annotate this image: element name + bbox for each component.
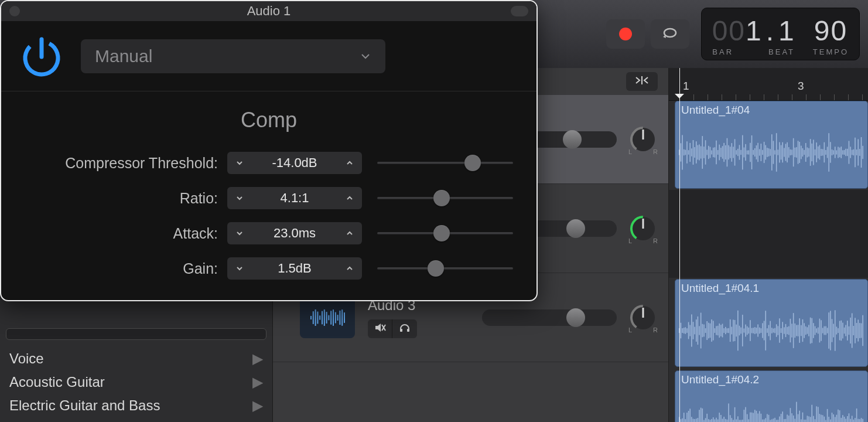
audio-region[interactable]: Untitled_1#04 [675,101,868,189]
svg-rect-221 [728,328,729,333]
param-slider[interactable] [377,257,513,280]
param-slider[interactable] [377,152,513,174]
svg-rect-140 [788,147,790,158]
svg-rect-51 [322,311,323,324]
library-search[interactable] [6,328,266,340]
svg-rect-156 [813,139,814,165]
window-control-icon[interactable] [511,6,528,16]
svg-rect-224 [733,319,734,341]
svg-rect-241 [759,328,760,334]
window-control-icon[interactable] [9,6,20,16]
svg-rect-147 [799,142,800,163]
svg-rect-359 [756,411,757,422]
chevron-down-icon[interactable] [227,222,252,244]
chevron-up-icon[interactable] [337,222,362,244]
audio-region[interactable]: Untitled_1#04.2 [675,370,868,422]
param-slider[interactable] [377,222,513,244]
power-icon[interactable] [19,33,64,79]
svg-rect-252 [776,324,777,336]
param-row: Attack: 23.0ms [25,216,513,251]
svg-rect-363 [762,420,763,422]
param-stepper[interactable]: -14.0dB [227,152,362,174]
svg-rect-231 [744,328,745,332]
param-stepper[interactable]: 23.0ms [227,222,362,244]
param-stepper[interactable]: 1.5dB [227,257,362,280]
svg-rect-110 [742,135,743,170]
svg-rect-406 [828,417,829,422]
svg-rect-166 [828,133,829,172]
svg-rect-351 [744,410,745,422]
preset-dropdown[interactable]: Manual [81,39,385,73]
chevron-up-icon[interactable] [337,187,362,209]
chevron-down-icon[interactable] [227,257,252,280]
svg-rect-84 [702,136,703,169]
lcd-position[interactable]: 001.1 BARBEAT [712,17,795,56]
svg-rect-255 [781,328,782,333]
pan-knob[interactable]: LR [628,125,658,154]
chevron-up-icon[interactable] [337,257,362,280]
svg-rect-217 [722,324,723,337]
svg-rect-355 [750,413,751,422]
svg-rect-229 [740,328,741,334]
pan-knob[interactable]: LR [628,214,658,243]
cycle-button[interactable] [651,19,689,49]
svg-rect-177 [845,149,846,156]
chevron-right-icon: ▶ [252,350,263,367]
svg-rect-413 [839,410,840,422]
svg-rect-273 [808,325,809,336]
svg-rect-220 [727,328,728,333]
svg-rect-235 [750,320,751,341]
svg-rect-306 [859,323,860,338]
library-item[interactable]: Voice▶ [0,347,272,370]
svg-rect-232 [745,325,746,337]
chevron-up-icon[interactable] [337,152,362,174]
svg-rect-341 [728,403,729,422]
svg-rect-365 [765,418,766,422]
svg-rect-330 [711,419,712,422]
svg-rect-234 [749,328,750,333]
svg-rect-299 [849,326,850,335]
svg-rect-74 [686,141,688,164]
svg-rect-307 [861,323,862,338]
svg-rect-59 [339,310,340,324]
pan-knob[interactable]: LR [628,303,658,332]
audio-region[interactable]: Untitled_1#04.1 [675,279,868,367]
param-stepper[interactable]: 4.1:1 [227,187,362,209]
library-item[interactable]: Electric Guitar and Bass▶ [0,394,272,417]
svg-rect-190 [681,323,682,339]
arrange-timeline[interactable]: 1 3 Untitled_1#04 Untitled_1#04.1 Untitl… [669,68,868,422]
ruler[interactable]: 1 3 [669,68,868,101]
svg-rect-264 [795,324,796,338]
svg-rect-380 [788,416,790,422]
svg-rect-427 [861,418,862,422]
lcd-tempo[interactable]: 90 TEMPO [813,17,849,56]
solo-button[interactable] [392,319,417,338]
svg-rect-387 [799,411,800,422]
svg-rect-73 [685,150,686,155]
volume-slider[interactable] [482,309,617,326]
svg-rect-159 [818,147,819,158]
svg-rect-421 [852,416,853,422]
svg-rect-385 [796,402,797,422]
library-item[interactable]: Acoustic Guitar▶ [0,370,272,394]
ruler-mark: 3 [798,80,804,93]
svg-rect-126 [767,148,768,157]
catch-playhead-button[interactable] [626,72,658,91]
svg-rect-179 [849,141,850,164]
svg-rect-155 [811,144,812,161]
svg-rect-286 [828,312,829,349]
library-item-label: Electric Guitar and Bass [9,397,160,414]
record-button[interactable] [606,19,645,49]
svg-rect-71 [682,135,683,169]
playhead[interactable] [679,68,680,422]
svg-rect-404 [825,420,826,422]
svg-rect-420 [850,419,851,422]
plugin-titlebar[interactable]: Audio 1 [1,1,536,21]
param-slider[interactable] [377,187,513,209]
chevron-down-icon[interactable] [227,152,252,174]
mute-button[interactable] [368,319,392,338]
chevron-down-icon[interactable] [227,187,252,209]
region-name: Untitled_1#04.2 [681,373,759,386]
svg-rect-312 [684,413,685,422]
svg-rect-293 [839,321,840,340]
